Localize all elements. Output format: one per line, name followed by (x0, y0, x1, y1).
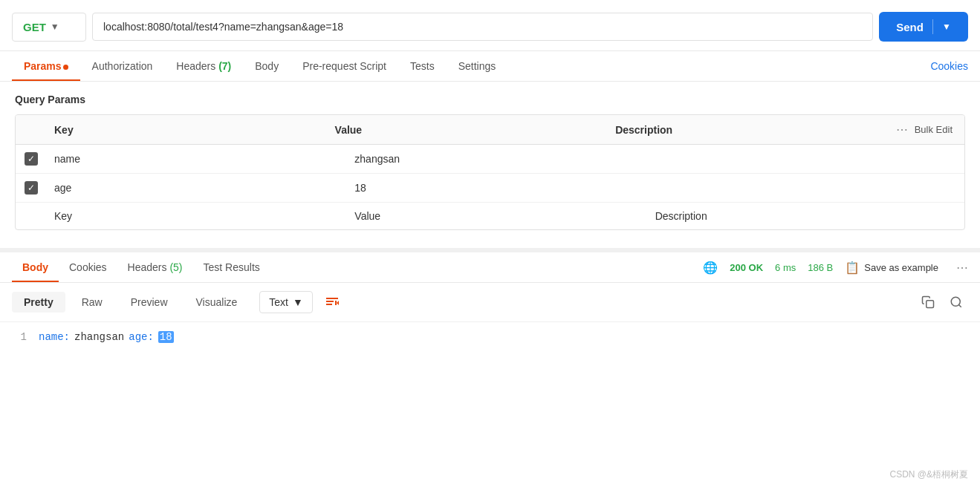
code-val-zhangsan: zhangsan (74, 331, 124, 343)
svg-point-1 (951, 297, 960, 306)
line-number-1: 1 (12, 331, 27, 343)
text-type-select[interactable]: Text ▼ (259, 291, 313, 313)
query-params-title: Query Params (15, 94, 965, 105)
tab-pre-request-script[interactable]: Pre-request Script (291, 51, 398, 81)
format-preview-button[interactable]: Preview (119, 292, 180, 313)
param-description-placeholder[interactable]: Description (655, 210, 955, 222)
method-label: GET (23, 21, 46, 33)
tab-headers[interactable]: Headers (7) (164, 51, 243, 81)
tab-settings-label: Settings (458, 60, 496, 72)
tab-body[interactable]: Body (243, 51, 291, 81)
search-icon (950, 295, 963, 309)
method-chevron-icon: ▼ (51, 22, 59, 32)
key-header: Key (54, 124, 335, 136)
tab-body-label: Body (255, 60, 279, 72)
send-divider (932, 19, 933, 34)
copy-button[interactable] (916, 290, 940, 314)
check-icon: ✓ (27, 183, 35, 192)
checkbox-name[interactable]: ✓ (25, 152, 38, 166)
wrap-lines-button[interactable] (320, 290, 344, 314)
url-input[interactable] (92, 13, 873, 41)
format-pretty-button[interactable]: Pretty (12, 292, 65, 313)
value-header: Value (335, 124, 616, 136)
tab-authorization-label: Authorization (92, 60, 153, 72)
checkbox-age[interactable]: ✓ (25, 181, 38, 195)
save-example-label: Save as example (864, 262, 938, 273)
check-icon: ✓ (27, 154, 35, 163)
headers-badge: (7) (218, 60, 231, 72)
status-ok-badge: 200 OK (730, 262, 763, 273)
response-tab-body-label: Body (22, 261, 48, 273)
method-select[interactable]: GET ▼ (12, 13, 86, 42)
tab-tests[interactable]: Tests (398, 51, 447, 81)
wrap-icon (325, 295, 340, 310)
svg-rect-0 (927, 301, 934, 308)
response-tab-body[interactable]: Body (12, 252, 59, 282)
cookies-link[interactable]: Cookies (930, 51, 968, 81)
code-area: 1 name: zhangsan age: 18 (0, 322, 980, 352)
response-tab-headers[interactable]: Headers (5) (117, 252, 193, 282)
svg-line-2 (958, 304, 961, 307)
response-headers-badge: (5) (169, 261, 182, 273)
tab-authorization[interactable]: Authorization (80, 51, 165, 81)
params-table-header: Key Value Description ⋯ Bulk Edit (16, 115, 964, 145)
table-row: ✓ name zhangsan (16, 145, 964, 174)
highlight-18: 18 (158, 331, 174, 343)
more-options-icon[interactable]: ⋯ (896, 122, 909, 137)
tab-settings[interactable]: Settings (447, 51, 508, 81)
description-header: Description (615, 124, 896, 136)
copy-icon (921, 295, 935, 309)
tab-pre-request-label: Pre-request Script (302, 60, 386, 72)
response-tab-test-results-label: Test Results (204, 261, 260, 273)
params-dot (63, 65, 68, 70)
code-content[interactable]: name: zhangsan age: 18 (39, 331, 968, 343)
response-tab-cookies[interactable]: Cookies (59, 252, 117, 282)
param-key-age[interactable]: age (54, 182, 354, 194)
send-button[interactable]: Send ▼ (879, 12, 968, 42)
code-key-age: age: (129, 331, 154, 343)
code-line-1: name: zhangsan age: 18 (39, 331, 968, 343)
tab-tests-label: Tests (410, 60, 435, 72)
param-value-18[interactable]: 18 (354, 182, 655, 194)
status-size: 186 B (808, 262, 833, 273)
url-bar: GET ▼ Send ▼ (0, 0, 980, 51)
bulk-edit-button[interactable]: Bulk Edit (915, 124, 953, 135)
send-chevron-icon: ▼ (942, 22, 951, 32)
param-row-placeholder: Key Value Description (16, 203, 964, 229)
params-section: Query Params Key Value Description ⋯ Bul… (0, 82, 980, 242)
status-time: 6 ms (775, 262, 796, 273)
code-key-name: name: (39, 331, 70, 343)
format-raw-button[interactable]: Raw (70, 292, 114, 313)
param-value-zhangsan[interactable]: zhangsan (354, 153, 655, 165)
param-key-name[interactable]: name (54, 153, 354, 165)
watermark: CSDN @&梧桐树夏 (889, 468, 968, 481)
response-tab-headers-label: Headers (128, 261, 170, 273)
tab-params[interactable]: Params (12, 51, 80, 81)
format-visualize-button[interactable]: Visualize (184, 292, 250, 313)
text-type-label: Text (269, 296, 288, 308)
request-tab-bar: Params Authorization Headers (7) Body Pr… (0, 51, 980, 82)
code-val-18: 18 (158, 331, 174, 343)
response-tab-test-results[interactable]: Test Results (193, 252, 270, 282)
save-example-button[interactable]: 📋 Save as example (845, 261, 938, 275)
tab-params-label: Params (24, 60, 62, 72)
tab-headers-label: Headers (176, 60, 218, 72)
params-table: Key Value Description ⋯ Bulk Edit ✓ name… (15, 114, 965, 230)
line-numbers: 1 (12, 331, 27, 343)
response-more-options-icon[interactable]: ⋯ (956, 261, 968, 275)
table-row: ✓ age 18 (16, 174, 964, 203)
response-section: Body Cookies Headers (5) Test Results 🌐 … (0, 248, 980, 352)
body-toolbar: Pretty Raw Preview Visualize Text ▼ (0, 283, 980, 322)
response-tab-cookies-label: Cookies (69, 261, 107, 273)
text-type-chevron-icon: ▼ (293, 296, 303, 308)
response-status-bar: 🌐 200 OK 6 ms 186 B 📋 Save as example ⋯ (703, 261, 968, 275)
send-label: Send (896, 21, 924, 33)
param-value-placeholder[interactable]: Value (354, 210, 655, 222)
save-icon: 📋 (845, 261, 860, 275)
param-key-placeholder[interactable]: Key (54, 210, 354, 222)
params-header-actions: ⋯ Bulk Edit (896, 122, 955, 137)
globe-icon: 🌐 (703, 261, 718, 275)
response-tab-bar: Body Cookies Headers (5) Test Results 🌐 … (0, 252, 980, 283)
search-button[interactable] (944, 290, 968, 314)
